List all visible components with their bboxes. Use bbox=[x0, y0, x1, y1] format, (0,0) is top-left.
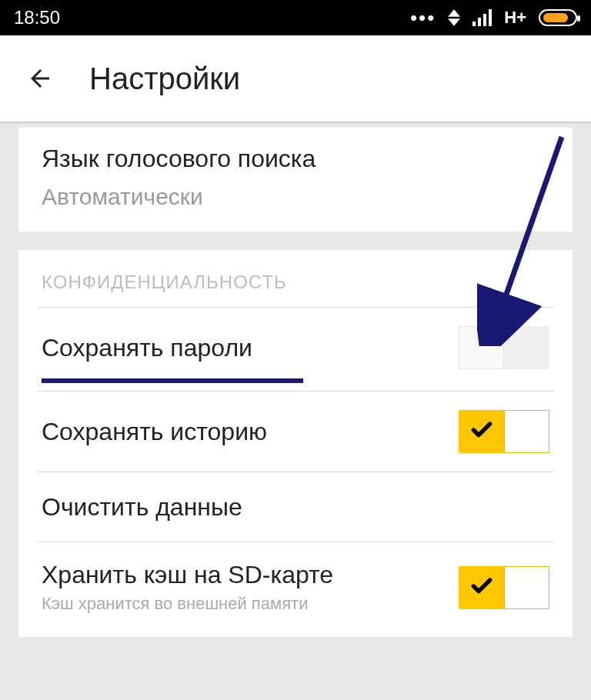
app-header: Настройки bbox=[0, 35, 591, 122]
check-icon bbox=[469, 574, 494, 598]
save-history-label: Сохранять историю bbox=[42, 418, 459, 446]
cache-sd-toggle[interactable] bbox=[459, 566, 549, 609]
status-bar: 18:50 ••• H+ bbox=[0, 0, 591, 35]
header-divider bbox=[0, 122, 591, 123]
save-history-row[interactable]: Сохранять историю bbox=[18, 392, 573, 472]
arrow-left-icon bbox=[26, 65, 54, 92]
clear-data-row[interactable]: Очистить данные bbox=[18, 472, 573, 542]
voice-search-value: Автоматически bbox=[42, 184, 549, 210]
voice-search-language-row[interactable]: Язык голосового поиска Автоматически bbox=[18, 128, 573, 232]
more-indicator-icon: ••• bbox=[410, 8, 436, 28]
signal-icon bbox=[472, 9, 492, 26]
privacy-section: КОНФИДЕНЦИАЛЬНОСТЬ Сохранять пароли Сохр… bbox=[18, 250, 573, 637]
save-passwords-toggle[interactable] bbox=[459, 326, 549, 369]
save-passwords-row[interactable]: Сохранять пароли bbox=[18, 308, 573, 378]
battery-icon bbox=[539, 9, 577, 26]
data-transfer-icon bbox=[448, 9, 460, 26]
check-icon bbox=[469, 418, 494, 442]
network-type: H+ bbox=[504, 8, 526, 28]
privacy-section-title: КОНФИДЕНЦИАЛЬНОСТЬ bbox=[18, 250, 573, 307]
status-time: 18:50 bbox=[14, 7, 60, 28]
status-icons: ••• H+ bbox=[410, 8, 577, 28]
cache-sd-label: Хранить кэш на SD-карте bbox=[42, 561, 459, 589]
save-history-toggle[interactable] bbox=[459, 410, 549, 453]
cache-sd-sub: Кэш хранится во внешней памяти bbox=[42, 594, 459, 614]
cache-sd-row[interactable]: Хранить кэш на SD-карте Кэш хранится во … bbox=[18, 542, 573, 637]
voice-search-title: Язык голосового поиска bbox=[42, 145, 549, 173]
clear-data-label: Очистить данные bbox=[42, 493, 549, 522]
svg-marker-0 bbox=[448, 9, 460, 17]
save-passwords-label: Сохранять пароли bbox=[42, 334, 459, 362]
highlight-underline bbox=[42, 378, 303, 383]
svg-marker-1 bbox=[448, 18, 460, 26]
back-button[interactable] bbox=[22, 60, 58, 97]
page-title: Настройки bbox=[89, 62, 240, 96]
